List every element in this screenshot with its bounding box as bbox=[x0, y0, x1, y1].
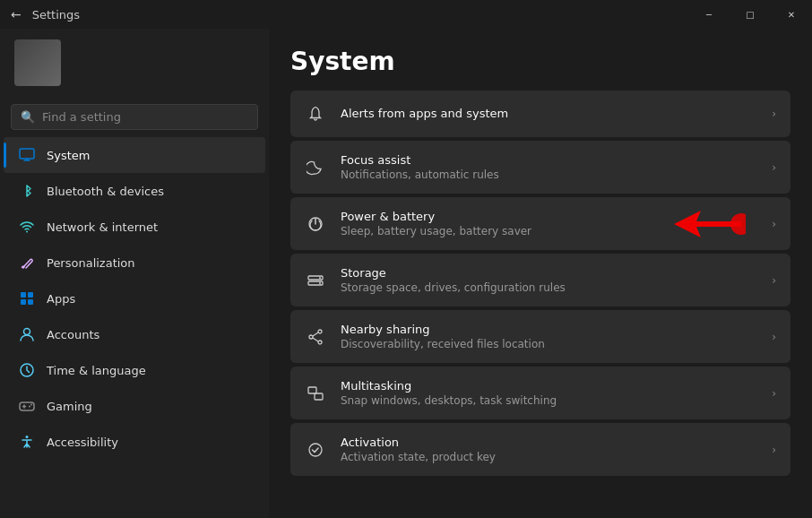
settings-item-power-title: Power & battery bbox=[341, 210, 757, 223]
main-content: System Alerts from apps and system › bbox=[269, 29, 812, 518]
svg-point-18 bbox=[319, 282, 321, 284]
settings-item-nearby-text: Nearby sharing Discoverability, received… bbox=[341, 323, 757, 350]
sidebar-item-accounts-label: Accounts bbox=[47, 328, 99, 341]
settings-item-storage[interactable]: Storage Storage space, drives, configura… bbox=[290, 254, 790, 306]
back-icon[interactable]: ← bbox=[11, 7, 22, 22]
storage-icon bbox=[305, 270, 326, 291]
sidebar-item-network-label: Network & internet bbox=[47, 220, 158, 234]
settings-item-multitasking[interactable]: Multitasking Snap windows, desktops, tas… bbox=[290, 367, 790, 419]
avatar bbox=[14, 39, 61, 86]
check-circle-icon bbox=[305, 439, 326, 461]
settings-item-alerts-text: Alerts from apps and system bbox=[341, 107, 757, 122]
sidebar-item-gaming[interactable]: Gaming bbox=[4, 388, 265, 424]
svg-point-6 bbox=[24, 329, 30, 335]
gamepad-icon bbox=[18, 397, 36, 415]
moon-icon bbox=[305, 157, 326, 178]
svg-point-1 bbox=[26, 231, 28, 233]
app-body: 🔍 System bbox=[0, 29, 812, 518]
bluetooth-icon bbox=[18, 182, 36, 200]
maximize-button[interactable]: □ bbox=[730, 0, 771, 29]
sidebar-item-gaming-label: Gaming bbox=[47, 400, 92, 413]
search-icon: 🔍 bbox=[21, 110, 35, 124]
svg-rect-0 bbox=[20, 149, 34, 159]
svg-rect-23 bbox=[315, 393, 323, 400]
search-input[interactable] bbox=[42, 110, 248, 124]
sidebar-item-bluetooth[interactable]: Bluetooth & devices bbox=[4, 173, 265, 209]
settings-item-focus-sub: Notifications, automatic rules bbox=[341, 168, 757, 181]
settings-list: Alerts from apps and system › Focus assi… bbox=[290, 91, 790, 476]
person-icon bbox=[18, 325, 36, 343]
sidebar-item-accessibility[interactable]: Accessibility bbox=[4, 424, 265, 460]
power-wrapper: Power & battery Sleep, battery usage, ba… bbox=[290, 197, 790, 250]
settings-item-multitasking-sub: Snap windows, desktops, task switching bbox=[341, 394, 757, 407]
settings-item-focus-title: Focus assist bbox=[341, 153, 757, 167]
settings-item-power[interactable]: Power & battery Sleep, battery usage, ba… bbox=[290, 197, 790, 250]
page-title: System bbox=[290, 29, 790, 91]
clock-icon bbox=[18, 361, 36, 379]
sidebar: 🔍 System bbox=[0, 29, 269, 518]
svg-point-19 bbox=[318, 330, 322, 333]
settings-item-activation-title: Activation bbox=[341, 436, 757, 449]
settings-item-alerts[interactable]: Alerts from apps and system › bbox=[290, 91, 790, 137]
settings-item-multitasking-text: Multitasking Snap windows, desktops, tas… bbox=[341, 379, 757, 407]
app-title: Settings bbox=[32, 8, 80, 22]
svg-point-20 bbox=[318, 341, 322, 344]
storage-chevron: › bbox=[772, 274, 776, 287]
svg-point-21 bbox=[309, 335, 313, 339]
svg-point-24 bbox=[309, 444, 322, 456]
monitor-icon bbox=[18, 146, 36, 164]
settings-item-nearby-title: Nearby sharing bbox=[341, 323, 757, 336]
accessibility-icon bbox=[18, 433, 36, 451]
svg-rect-2 bbox=[21, 292, 26, 298]
settings-item-focus[interactable]: Focus assist Notifications, automatic ru… bbox=[290, 141, 790, 194]
settings-item-storage-title: Storage bbox=[341, 266, 757, 280]
sidebar-item-time[interactable]: Time & language bbox=[4, 352, 265, 388]
svg-point-17 bbox=[319, 277, 321, 279]
sidebar-item-network[interactable]: Network & internet bbox=[4, 209, 265, 245]
svg-rect-5 bbox=[28, 299, 33, 305]
settings-item-activation[interactable]: Activation Activation state, product key… bbox=[290, 423, 790, 476]
settings-item-nearby[interactable]: Nearby sharing Discoverability, received… bbox=[290, 310, 790, 363]
activation-chevron: › bbox=[772, 444, 776, 456]
sidebar-item-apps-label: Apps bbox=[47, 292, 75, 306]
svg-point-9 bbox=[29, 406, 30, 408]
bell-icon bbox=[305, 103, 326, 125]
svg-rect-8 bbox=[20, 402, 34, 410]
settings-item-multitasking-title: Multitasking bbox=[341, 379, 757, 393]
share-icon bbox=[305, 326, 326, 348]
svg-point-10 bbox=[30, 404, 32, 406]
power-icon bbox=[305, 213, 326, 235]
settings-item-alerts-title: Alerts from apps and system bbox=[341, 107, 757, 120]
settings-item-power-sub: Sleep, battery usage, battery saver bbox=[341, 225, 757, 237]
sidebar-nav: System Bluetooth & devices bbox=[0, 137, 269, 460]
sidebar-item-accounts[interactable]: Accounts bbox=[4, 316, 265, 352]
settings-item-activation-sub: Activation state, product key bbox=[341, 451, 757, 463]
multitasking-chevron: › bbox=[772, 387, 776, 400]
search-box[interactable]: 🔍 bbox=[11, 104, 258, 130]
svg-rect-4 bbox=[21, 299, 26, 305]
svg-rect-22 bbox=[308, 387, 316, 393]
titlebar-left: ← Settings bbox=[11, 7, 80, 22]
settings-item-nearby-sub: Discoverability, received files location bbox=[341, 338, 757, 350]
search-container: 🔍 bbox=[0, 100, 269, 137]
sidebar-item-personalization[interactable]: Personalization bbox=[4, 245, 265, 281]
sidebar-item-system-label: System bbox=[47, 149, 90, 162]
sidebar-item-bluetooth-label: Bluetooth & devices bbox=[47, 185, 164, 198]
sidebar-item-accessibility-label: Accessibility bbox=[47, 436, 118, 449]
sidebar-item-apps[interactable]: Apps bbox=[4, 281, 265, 316]
minimize-button[interactable]: ─ bbox=[688, 0, 730, 29]
settings-item-power-text: Power & battery Sleep, battery usage, ba… bbox=[341, 210, 757, 237]
settings-item-storage-sub: Storage space, drives, configuration rul… bbox=[341, 281, 757, 294]
sidebar-item-time-label: Time & language bbox=[47, 364, 146, 377]
user-area bbox=[0, 29, 269, 100]
sidebar-item-system[interactable]: System bbox=[4, 137, 265, 173]
svg-point-11 bbox=[26, 436, 29, 438]
settings-item-activation-text: Activation Activation state, product key bbox=[341, 436, 757, 463]
power-chevron: › bbox=[772, 218, 776, 230]
titlebar-controls: ─ □ ✕ bbox=[688, 0, 812, 29]
close-button[interactable]: ✕ bbox=[771, 0, 812, 29]
alerts-chevron: › bbox=[772, 108, 776, 120]
multitask-icon bbox=[305, 383, 326, 404]
network-icon bbox=[18, 218, 36, 236]
brush-icon bbox=[18, 254, 36, 272]
